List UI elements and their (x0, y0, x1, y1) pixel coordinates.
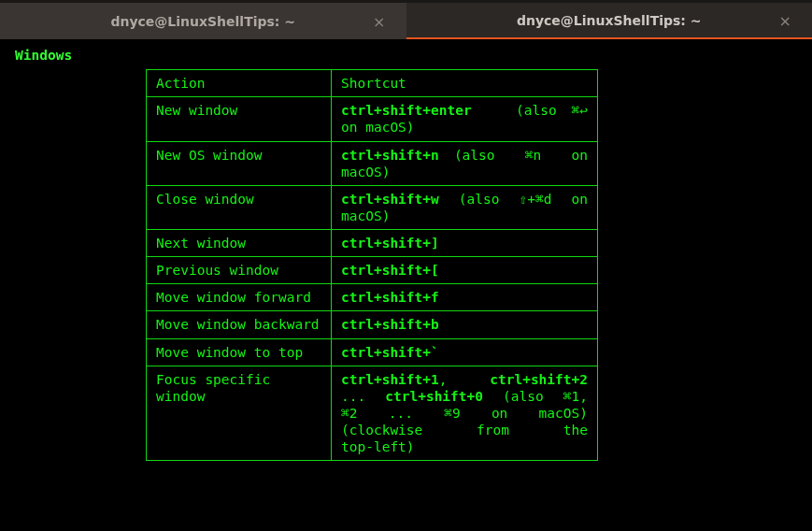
action-cell: Focus specific window (147, 366, 332, 461)
shortcut-note: (also (459, 192, 500, 207)
terminal-content: Windows Action Shortcut New window ctrl+… (0, 39, 812, 468)
action-cell: Close window (147, 185, 332, 229)
sep: , (579, 389, 588, 404)
action-cell: New OS window (147, 141, 332, 185)
shortcut-key: ctrl+shift+2 (490, 372, 588, 387)
mac-symbol: ⌘1 (563, 389, 579, 404)
mac-symbol: ⌘2 (341, 406, 357, 421)
shortcut-note: macOS) (341, 164, 588, 180)
shortcut-note: (also (503, 389, 544, 404)
table-row: Focus specific window ctrl+shift+1, ctrl… (147, 366, 598, 461)
tab-bar: dnyce@LinuxShellTips: ~ × dnyce@LinuxShe… (0, 0, 812, 39)
shortcut-key: ctrl+shift+[ (341, 263, 439, 278)
shortcut-cell: ctrl+shift+] (332, 230, 598, 257)
col-shortcut-header: Shortcut (332, 70, 598, 97)
shortcut-key: ctrl+shift+0 (385, 389, 483, 404)
dots: ... (341, 389, 365, 404)
shortcut-note: on (572, 192, 588, 207)
mac-symbol: ⌘9 (444, 406, 460, 421)
tab-active[interactable]: dnyce@LinuxShellTips: ~ × (406, 3, 813, 39)
action-cell: Move window forward (147, 284, 332, 311)
shortcut-cell: ctrl+shift+n (also ⌘n on macOS) (332, 141, 598, 185)
table-row: Move window backward ctrl+shift+b (147, 311, 598, 338)
shortcut-key: ctrl+shift+enter (341, 103, 472, 118)
shortcuts-table: Action Shortcut New window ctrl+shift+en… (146, 69, 598, 461)
table-row: Close window ctrl+shift+w (also ⇧+⌘d on … (147, 185, 598, 229)
shortcut-cell: ctrl+shift+1, ctrl+shift+2 ... ctrl+shif… (332, 366, 598, 461)
shortcut-cell: ctrl+shift+enter (also ⌘↩ on macOS) (332, 97, 598, 141)
table-row: New OS window ctrl+shift+n (also ⌘n on m… (147, 141, 598, 185)
shortcut-cell: ctrl+shift+[ (332, 257, 598, 284)
shortcut-key: ctrl+shift+` (341, 345, 439, 360)
table-row: Previous window ctrl+shift+[ (147, 257, 598, 284)
shortcut-note: (also (516, 103, 557, 118)
action-cell: Move window to top (147, 338, 332, 366)
mac-symbol: ⌘↩ (572, 103, 588, 118)
shortcut-note: on (491, 406, 507, 421)
shortcut-key: ctrl+shift+w (341, 192, 439, 207)
action-cell: Previous window (147, 257, 332, 284)
action-cell: New window (147, 97, 332, 141)
shortcut-note: macOS) (341, 208, 588, 224)
shortcut-note: on macOS) (341, 119, 588, 136)
tab-title: dnyce@LinuxShellTips: ~ (110, 14, 295, 29)
shortcut-key: ctrl+shift+] (341, 236, 439, 251)
dots: ... (389, 406, 413, 421)
shortcut-cell: ctrl+shift+w (also ⇧+⌘d on macOS) (332, 185, 598, 229)
shortcut-key: ctrl+shift+f (341, 290, 439, 305)
col-action-header: Action (147, 70, 332, 97)
section-title: Windows (15, 47, 803, 64)
shortcut-note: top-left) (341, 438, 588, 455)
shortcut-key: ctrl+shift+1 (341, 372, 439, 387)
table-header-row: Action Shortcut (147, 70, 598, 97)
table-row: New window ctrl+shift+enter (also ⌘↩ on … (147, 97, 598, 141)
close-icon[interactable]: × (373, 12, 385, 30)
shortcut-note: (also (454, 148, 495, 163)
shortcut-note: the (563, 423, 588, 438)
shortcut-note: macOS) (539, 406, 588, 421)
mac-symbol: ⇧+⌘d (520, 192, 552, 207)
table-row: Next window ctrl+shift+] (147, 230, 598, 257)
tab-title: dnyce@LinuxShellTips: ~ (517, 13, 702, 28)
sep: , (439, 372, 448, 387)
shortcut-key: ctrl+shift+n (341, 148, 439, 163)
close-icon[interactable]: × (779, 11, 791, 29)
table-row: Move window to top ctrl+shift+` (147, 338, 598, 366)
table-row: Move window forward ctrl+shift+f (147, 284, 598, 311)
shortcut-cell: ctrl+shift+` (332, 338, 598, 366)
shortcut-note: from (477, 423, 509, 438)
shortcut-key: ctrl+shift+b (341, 317, 439, 332)
shortcut-cell: ctrl+shift+f (332, 284, 598, 311)
mac-symbol: ⌘n (525, 148, 541, 163)
action-cell: Move window backward (147, 311, 332, 338)
shortcut-cell: ctrl+shift+b (332, 311, 598, 338)
shortcut-note: on (572, 148, 588, 163)
tab-inactive[interactable]: dnyce@LinuxShellTips: ~ × (0, 3, 406, 39)
action-cell: Next window (147, 230, 332, 257)
shortcut-note: (clockwise (341, 423, 422, 438)
